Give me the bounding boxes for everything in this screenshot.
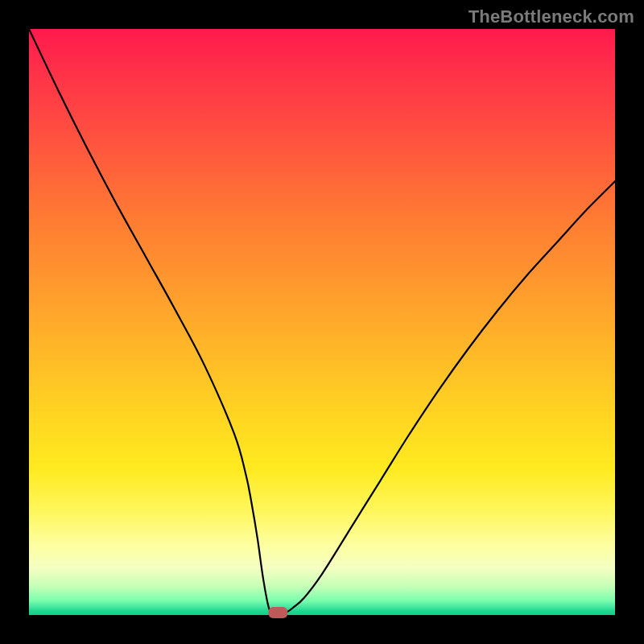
curve-line (29, 29, 615, 614)
rounded-rect-marker-icon (268, 607, 287, 618)
minimum-marker-group (268, 607, 287, 618)
chart-svg (29, 29, 615, 615)
outer-frame: TheBottleneck.com (0, 0, 644, 644)
watermark-text: TheBottleneck.com (469, 6, 634, 27)
plot-area (29, 29, 615, 615)
